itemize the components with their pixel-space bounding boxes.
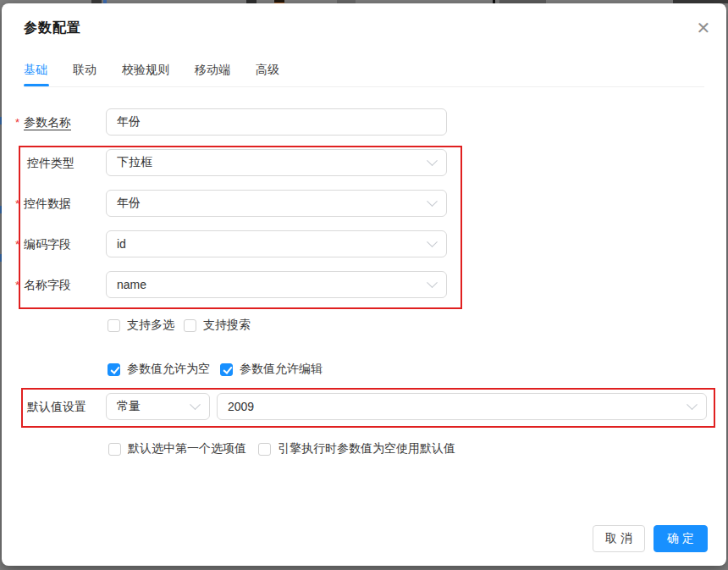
required-mark: * bbox=[15, 191, 19, 218]
multi-select-checkbox[interactable] bbox=[108, 319, 120, 332]
engine-default-label: 引擎执行时参数值为空使用默认值 bbox=[278, 441, 455, 457]
code-field-row: * 编码字段 id bbox=[2, 230, 726, 257]
search-label: 支持搜索 bbox=[203, 318, 251, 333]
allow-edit-option[interactable]: 参数值允许编辑 bbox=[220, 362, 323, 377]
param-name-input[interactable] bbox=[117, 109, 436, 135]
chevron-down-icon bbox=[427, 236, 438, 247]
default-value-row: 默认值设置 常量 2009 bbox=[2, 393, 726, 420]
control-type-select[interactable]: 下拉框 bbox=[106, 149, 447, 176]
allow-edit-checkbox[interactable] bbox=[220, 363, 233, 376]
close-icon[interactable]: ✕ bbox=[689, 14, 718, 42]
tabs-divider bbox=[24, 86, 704, 87]
control-data-select[interactable]: 年份 bbox=[106, 190, 447, 217]
code-field-label: 编码字段 bbox=[24, 230, 71, 257]
tab-validation-rules[interactable]: 校验规则 bbox=[122, 63, 169, 85]
search-option[interactable]: 支持搜索 bbox=[184, 318, 251, 333]
param-name-input-box bbox=[106, 108, 447, 136]
name-field-row: * 名称字段 name bbox=[2, 271, 726, 298]
allow-empty-checkbox[interactable] bbox=[108, 363, 120, 376]
select-first-label: 默认选中第一个选项值 bbox=[128, 441, 246, 457]
default-value-mode-select[interactable]: 常量 bbox=[106, 393, 210, 420]
search-checkbox[interactable] bbox=[184, 319, 196, 332]
param-name-label: 参数名称 bbox=[24, 108, 71, 136]
multi-select-label: 支持多选 bbox=[127, 318, 174, 333]
chevron-down-icon bbox=[427, 196, 438, 207]
default-value: 2009 bbox=[228, 400, 254, 413]
multi-select-option[interactable]: 支持多选 bbox=[108, 318, 174, 333]
chevron-down-icon bbox=[687, 399, 698, 410]
default-value-mode: 常量 bbox=[117, 399, 141, 414]
tab-basic[interactable]: 基础 bbox=[24, 63, 47, 85]
param-name-row: * 参数名称 bbox=[2, 108, 726, 136]
required-mark: * bbox=[15, 109, 19, 136]
tab-advanced[interactable]: 高级 bbox=[256, 63, 279, 85]
code-field-select[interactable]: id bbox=[106, 230, 447, 257]
name-field-label: 名称字段 bbox=[24, 271, 71, 298]
allow-options-row: 参数值允许为空 参数值允许编辑 bbox=[108, 362, 323, 377]
tab-mobile[interactable]: 移动端 bbox=[195, 63, 230, 85]
tab-bar: 基础 联动 校验规则 移动端 高级 bbox=[24, 63, 279, 85]
tab-linkage[interactable]: 联动 bbox=[73, 63, 97, 85]
chevron-down-icon bbox=[190, 399, 201, 410]
control-type-label: 控件类型 bbox=[27, 149, 74, 176]
control-data-label: 控件数据 bbox=[24, 190, 71, 217]
parameter-config-dialog: 参数配置 ✕ 基础 联动 校验规则 移动端 高级 * 参数名称 控件类型 下拉框… bbox=[2, 3, 726, 566]
engine-default-option[interactable]: 引擎执行时参数值为空使用默认值 bbox=[258, 441, 455, 457]
support-options-row: 支持多选 支持搜索 bbox=[108, 318, 251, 333]
default-value-label: 默认值设置 bbox=[27, 393, 86, 420]
required-mark: * bbox=[15, 231, 19, 258]
engine-default-checkbox[interactable] bbox=[258, 443, 271, 456]
allow-empty-option[interactable]: 参数值允许为空 bbox=[108, 362, 210, 377]
cancel-button[interactable]: 取 消 bbox=[593, 525, 645, 552]
name-field-value: name bbox=[117, 278, 146, 291]
dialog-title: 参数配置 bbox=[24, 19, 81, 37]
allow-empty-label: 参数值允许为空 bbox=[127, 362, 210, 377]
chevron-down-icon bbox=[427, 277, 438, 288]
name-field-select[interactable]: name bbox=[106, 271, 447, 298]
confirm-button[interactable]: 确 定 bbox=[654, 525, 708, 552]
select-first-checkbox[interactable] bbox=[108, 443, 121, 456]
select-first-option[interactable]: 默认选中第一个选项值 bbox=[108, 441, 246, 457]
control-type-value: 下拉框 bbox=[117, 155, 152, 170]
required-mark: * bbox=[15, 272, 19, 299]
default-value-select[interactable]: 2009 bbox=[217, 393, 707, 420]
control-type-row: 控件类型 下拉框 bbox=[2, 149, 726, 176]
allow-edit-label: 参数值允许编辑 bbox=[240, 362, 323, 377]
chevron-down-icon bbox=[427, 155, 438, 166]
control-data-row: * 控件数据 年份 bbox=[2, 190, 726, 217]
code-field-value: id bbox=[117, 237, 126, 251]
default-options-row: 默认选中第一个选项值 引擎执行时参数值为空使用默认值 bbox=[108, 441, 455, 457]
control-data-value: 年份 bbox=[117, 196, 141, 211]
